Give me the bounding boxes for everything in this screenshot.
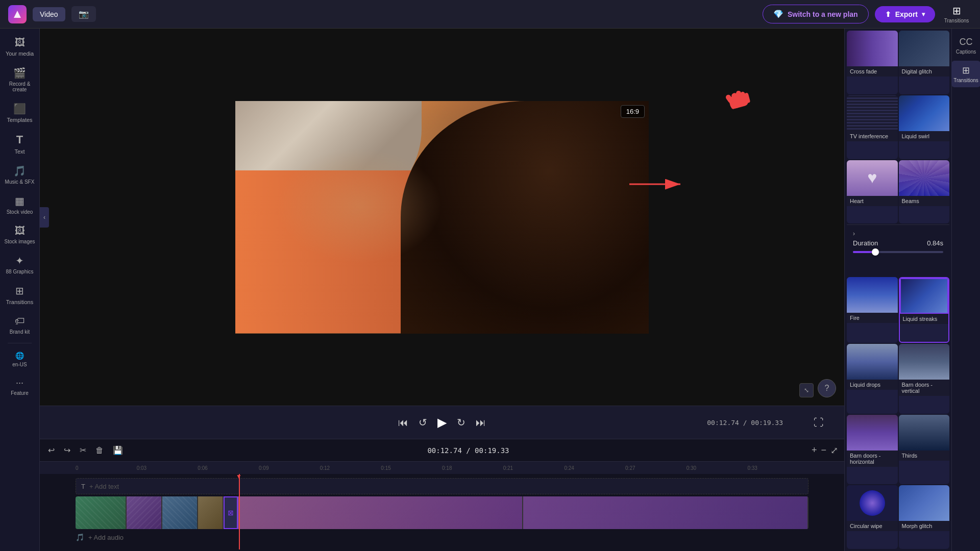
transitions-panel: Cross fade Digital glitch TV interferenc…	[844, 29, 951, 551]
timeline-playhead[interactable]	[239, 474, 240, 549]
collapse-preview-btn[interactable]: ⤡	[799, 383, 814, 397]
transitions-sidebar-icon[interactable]: ⊞ Transitions	[941, 5, 972, 23]
transition-card-thirds[interactable]: Thirds	[899, 415, 950, 485]
transition-thumb-liquid-swirl	[899, 95, 950, 131]
transition-thumb-morph-glitch	[899, 485, 950, 521]
transition-thumb-fire	[847, 277, 898, 313]
cut-btn[interactable]: ✂	[78, 443, 88, 457]
redo-btn[interactable]: ↪	[62, 443, 72, 457]
duration-slider[interactable]	[853, 251, 943, 253]
fullscreen-btn[interactable]: ⛶	[814, 417, 824, 429]
timeline-tracks: T + Add text	[40, 474, 844, 549]
undo-btn[interactable]: ↩	[46, 443, 57, 457]
transition-label-barn-doors-v: Barn doors - vertical	[899, 380, 950, 396]
transition-marker[interactable]: ⊠	[224, 496, 238, 529]
forward-5-btn[interactable]: ↻	[457, 416, 465, 429]
delete-btn[interactable]: 🗑	[93, 444, 106, 457]
sidebar-item-text[interactable]: T Text	[2, 129, 38, 159]
track-clip-6[interactable]	[523, 496, 808, 529]
sidebar-item-brand-kit[interactable]: 🏷 Brand kit	[2, 311, 38, 339]
svg-rect-9	[725, 94, 734, 104]
help-btn[interactable]: ?	[818, 379, 836, 397]
sidebar-item-record-create[interactable]: 🎬 Record & create	[2, 63, 38, 96]
transition-card-liquid-swirl[interactable]: Liquid swirl	[899, 95, 950, 159]
text-track[interactable]: T + Add text	[76, 478, 808, 494]
video-frame: 16:9	[235, 101, 649, 334]
stock-images-icon: 🖼	[15, 225, 25, 237]
track-clip-5[interactable]	[238, 496, 523, 529]
track-clip-2[interactable]	[127, 496, 162, 529]
transitions-right-btn[interactable]: ⊞ Transitions	[951, 61, 980, 87]
timeline-timecode: 00:12.74 / 00:19.33	[130, 446, 806, 455]
svg-rect-3	[731, 92, 741, 109]
captions-sidebar: CC Captions ⊞ Transitions	[951, 29, 980, 551]
transition-thumb-digital-glitch	[899, 31, 950, 66]
switch-plan-btn[interactable]: 💎 Switch to a new plan	[763, 5, 869, 23]
transition-card-barn-doors-v[interactable]: Barn doors - vertical	[899, 344, 950, 414]
transition-label-morph-glitch: Morph glitch	[899, 521, 950, 531]
svg-rect-4	[736, 90, 744, 106]
transition-label-cross-fade: Cross fade	[847, 66, 898, 77]
zoom-out-btn[interactable]: −	[821, 445, 826, 456]
captions-btn[interactable]: CC Captions	[954, 33, 978, 59]
transition-thumb-liquid-streaks	[900, 278, 949, 314]
sidebar-item-your-media[interactable]: 🖼 Your media	[2, 33, 38, 61]
track-clip-1[interactable]	[76, 496, 127, 529]
add-audio-track[interactable]: 🎵 + Add audio	[40, 529, 844, 545]
transition-card-tv-interference[interactable]: TV interference	[847, 95, 898, 159]
fit-btn[interactable]: ⤢	[830, 445, 838, 456]
rewind-5-btn[interactable]: ↺	[419, 416, 427, 429]
transition-card-heart[interactable]: Heart	[847, 160, 898, 224]
zoom-in-btn[interactable]: +	[812, 445, 817, 456]
sidebar-item-more[interactable]: ··· Feature	[2, 373, 38, 400]
playback-controls: ⏮ ↺ ▶ ↻ ⏭ 00:12.74 / 00:19.33 ⛶	[40, 406, 844, 439]
topbar: Video 📷 💎 Switch to a new plan ⬆ Export …	[0, 0, 980, 29]
sidebar-item-stock-images[interactable]: 🖼 Stock images	[2, 221, 38, 248]
transition-card-liquid-drops[interactable]: Liquid drops	[847, 344, 898, 414]
sidebar-item-templates[interactable]: ⬛ Templates	[2, 98, 38, 127]
panel-collapse-btn[interactable]: ‹	[40, 207, 49, 228]
transition-label-fire: Fire	[847, 313, 898, 323]
transition-label-heart: Heart	[847, 196, 898, 206]
transition-label-circular-wipe: Circular wipe	[847, 521, 898, 531]
transition-card-barn-doors-h[interactable]: Barn doors - horizontal	[847, 415, 898, 485]
track-clip-4[interactable]	[198, 496, 224, 529]
svg-rect-7	[729, 97, 736, 109]
svg-rect-6	[744, 92, 750, 103]
camera-btn[interactable]: 📷	[71, 6, 96, 22]
transition-card-morph-glitch[interactable]: Morph glitch	[899, 485, 950, 549]
transition-thumb-liquid-drops	[847, 344, 898, 380]
media-icon: 🖼	[15, 37, 25, 48]
transition-card-circular-wipe[interactable]: Circular wipe	[847, 485, 898, 549]
transition-thumb-circular-wipe	[847, 485, 898, 521]
sidebar-item-music[interactable]: 🎵 Music & SFX	[2, 161, 38, 189]
center-area: ‹ 16:9	[40, 29, 844, 551]
play-btn[interactable]: ▶	[437, 415, 447, 430]
sidebar-item-graphics[interactable]: ✦ 88 Graphics	[2, 251, 38, 279]
track-clip-3[interactable]	[162, 496, 198, 529]
transition-card-beams[interactable]: Beams	[899, 160, 950, 224]
graphics-icon: ✦	[15, 255, 24, 267]
sidebar-item-stock-video[interactable]: ▦ Stock video	[2, 191, 38, 219]
skip-forward-btn[interactable]: ⏭	[476, 417, 486, 429]
transition-label-beams: Beams	[899, 196, 950, 206]
timeline-zoom-controls: + − ⤢	[812, 445, 838, 456]
sidebar-item-transitions[interactable]: ⊞ Transitions	[2, 281, 38, 309]
export-btn[interactable]: ⬆ Export ▾	[875, 6, 935, 22]
save-btn[interactable]: 💾	[111, 443, 125, 457]
timeline-ruler: 0 0:03 0:06 0:09 0:12 0:15 0:18 0:21 0:2…	[40, 462, 844, 474]
transition-thumb-barn-doors-v	[899, 344, 950, 380]
transition-card-liquid-streaks[interactable]: Liquid streaks	[899, 277, 950, 343]
transition-label-liquid-drops: Liquid drops	[847, 380, 898, 390]
transition-card-fire[interactable]: Fire	[847, 277, 898, 343]
transition-thumb-cross-fade	[847, 31, 898, 66]
svg-rect-5	[740, 91, 748, 105]
video-tab[interactable]: Video	[33, 7, 65, 21]
skip-back-btn[interactable]: ⏮	[398, 417, 408, 429]
duration-slider-thumb[interactable]	[872, 248, 879, 256]
sidebar-item-locale[interactable]: 🌐 en-US	[2, 347, 38, 371]
transition-card-cross-fade[interactable]: Cross fade	[847, 31, 898, 94]
transition-label-digital-glitch: Digital glitch	[899, 66, 950, 77]
transition-card-digital-glitch[interactable]: Digital glitch	[899, 31, 950, 94]
transitions-icon: ⊞	[15, 285, 24, 297]
